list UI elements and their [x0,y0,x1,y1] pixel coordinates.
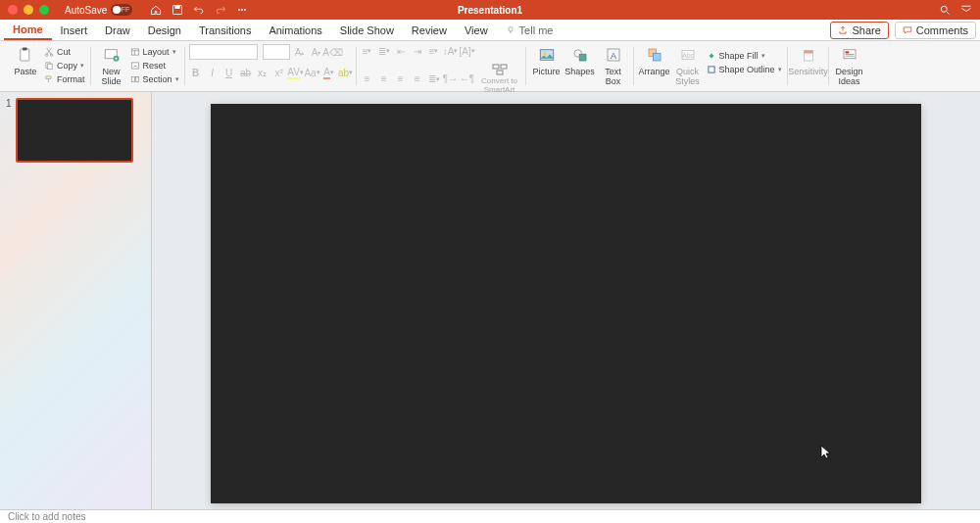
convert-smartart-button[interactable]: Convert to SmartArt [477,64,522,94]
textbox-icon: A [605,46,622,64]
tab-slideshow[interactable]: Slide Show [331,22,403,39]
slides-small: Layout▾ Reset Section▾ [128,44,181,85]
subscript-button[interactable]: x₂ [256,66,270,79]
increase-indent-button[interactable]: ⇥ [411,44,424,58]
numbering-button[interactable]: ≣▾ [377,44,391,58]
layout-icon [130,47,140,57]
svg-point-3 [242,9,244,11]
textbox-button[interactable]: A Text Box [597,44,630,86]
share-button[interactable]: Share [830,22,888,39]
format-label: Format [57,74,85,84]
justify-button[interactable]: ≡ [411,72,424,86]
shape-format-list: Shape Fill▾ Shape Outline▾ [705,44,784,75]
superscript-button[interactable]: x² [272,66,286,79]
ltr-button[interactable]: ¶→ [444,72,458,86]
svg-rect-34 [804,51,812,54]
align-center-button[interactable]: ≡ [377,72,391,86]
shapeoutline-label: Shape Outline [719,65,775,74]
autosave-toggle[interactable]: AutoSave OFF [65,4,132,16]
highlight-button[interactable]: AV▾ [289,66,303,79]
slide-canvas[interactable] [211,104,921,503]
slide-thumbnail-panel[interactable]: 1 [0,92,152,509]
quick-styles-button[interactable]: Abc Quick Styles [671,44,705,86]
group-paragraph: ≡▾ ≣▾ ⇤ ⇥ ≡▾ ↕A▾ [A]▾ ≡ ≡ ≡ ≡ ≣▾ ¶→ ←¶ C… [357,41,526,91]
slide-canvas-area[interactable] [152,92,980,509]
document-title: Presentation1 [458,5,522,16]
picture-button[interactable]: Picture [530,44,564,76]
shapes-button[interactable]: Shapes [564,44,597,76]
align-left-button[interactable]: ≡ [361,72,374,86]
title-bar: AutoSave OFF Presentation1 [0,0,980,20]
maximize-window-button[interactable] [39,5,49,15]
tab-view[interactable]: View [456,22,497,39]
ribbon-toggle-icon[interactable] [960,4,972,16]
bold-button[interactable]: B [189,66,203,79]
align-right-button[interactable]: ≡ [394,72,408,86]
text-direction-button[interactable]: ↕A▾ [444,44,458,58]
shapes-label: Shapes [564,67,595,76]
cut-button[interactable]: Cut [42,46,87,58]
shapefill-label: Shape Fill [719,51,759,61]
change-case-button[interactable]: Aa▾ [306,66,319,79]
notes-pane[interactable]: Click to add notes [0,509,980,523]
underline-button[interactable]: U [222,66,236,79]
comments-button[interactable]: Comments [895,22,976,39]
tab-review[interactable]: Review [403,22,456,39]
align-text-button[interactable]: [A]▾ [461,44,474,58]
design-ideas-label: Design Ideas [836,67,863,86]
columns-button[interactable]: ≣▾ [427,72,441,86]
tell-me-search[interactable]: Tell me [497,22,563,39]
paste-button[interactable]: Paste [9,44,42,76]
thumbnail-item[interactable]: 1 [6,98,145,163]
clear-format-button[interactable]: A⌫ [326,45,340,59]
autosave-state: OFF [116,6,129,13]
tab-design[interactable]: Design [139,22,190,39]
tab-transitions[interactable]: Transitions [190,22,260,39]
undo-icon[interactable] [193,4,205,16]
line-spacing-button[interactable]: ≡▾ [427,44,441,58]
home-icon[interactable] [150,4,162,16]
svg-rect-36 [845,51,849,53]
save-icon[interactable] [172,4,183,16]
svg-rect-20 [501,65,507,69]
sensitivity-icon [800,46,817,64]
text-highlight-button[interactable]: ab▾ [339,66,353,79]
decrease-indent-button[interactable]: ⇤ [394,44,408,58]
copy-button[interactable]: Copy▾ [42,60,87,71]
shape-fill-button[interactable]: Shape Fill▾ [705,50,784,62]
new-slide-button[interactable]: New Slide [95,44,128,86]
tab-animations[interactable]: Animations [260,22,330,39]
section-button[interactable]: Section▾ [128,73,181,85]
rtl-button[interactable]: ←¶ [461,72,474,86]
italic-button[interactable]: I [206,66,220,79]
font-size-select[interactable] [263,44,290,60]
strike-button[interactable]: ab [239,66,253,79]
tab-draw[interactable]: Draw [96,22,139,39]
format-painter-button[interactable]: Format [42,73,87,85]
font-color-button[interactable]: A▾ [322,66,336,79]
svg-rect-29 [653,54,661,62]
shape-outline-button[interactable]: Shape Outline▾ [705,64,784,75]
increase-font-button[interactable]: A▴ [293,45,307,59]
autosave-switch[interactable]: OFF [111,4,132,16]
redo-icon[interactable] [215,4,226,16]
reset-icon [130,61,140,71]
slide-thumbnail[interactable] [16,98,133,163]
sensitivity-button[interactable]: Sensitivity [792,44,825,76]
copy-label: Copy [57,61,77,71]
svg-point-6 [508,26,512,30]
search-icon[interactable] [939,4,951,16]
bullets-button[interactable]: ≡▾ [361,44,374,58]
reset-button[interactable]: Reset [128,60,181,71]
more-icon[interactable] [236,4,248,16]
tab-insert[interactable]: Insert [52,22,97,39]
design-ideas-button[interactable]: Design Ideas [833,44,866,86]
tell-me-label: Tell me [519,24,554,36]
font-family-select[interactable] [189,44,258,60]
arrange-button[interactable]: Arrange [638,44,671,76]
layout-button[interactable]: Layout▾ [128,46,181,58]
tab-home[interactable]: Home [4,21,52,40]
close-window-button[interactable] [8,5,18,15]
decrease-font-button[interactable]: A▾ [310,45,323,59]
minimize-window-button[interactable] [24,5,33,15]
